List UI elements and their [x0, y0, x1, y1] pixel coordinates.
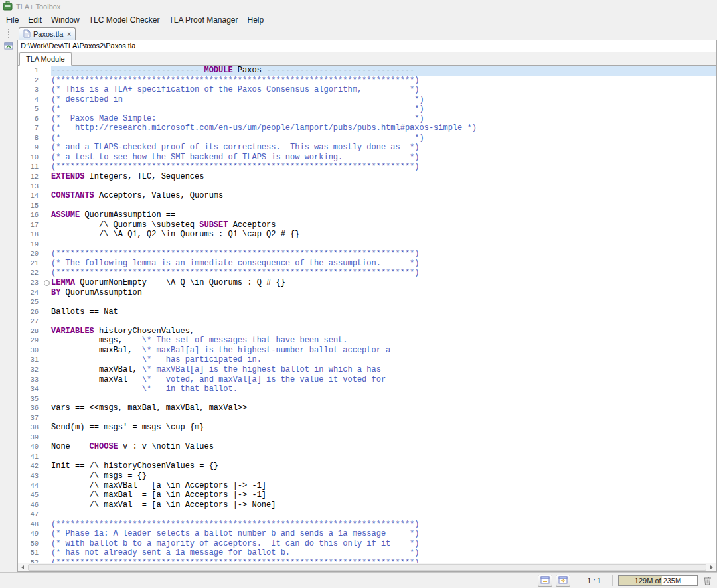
- fold-margin: [42, 85, 51, 95]
- code-line[interactable]: 2(**************************************…: [18, 76, 716, 86]
- line-number: 26: [18, 307, 42, 317]
- garbage-collect-icon[interactable]: [701, 575, 713, 587]
- fold-margin: [42, 162, 51, 172]
- code-line[interactable]: 39: [18, 433, 716, 443]
- code-line[interactable]: 43 /\ msgs = {}: [18, 471, 716, 481]
- view-toggle-button-1[interactable]: [538, 575, 552, 587]
- code-line[interactable]: 13: [18, 182, 716, 192]
- code-line[interactable]: 4(* described in *): [18, 95, 716, 105]
- code-line[interactable]: 36vars == <<msgs, maxBal, maxVBal, maxVa…: [18, 404, 716, 413]
- code-line[interactable]: 1------------------------------- MODULE …: [18, 66, 716, 76]
- code-text: [51, 510, 716, 520]
- code-line[interactable]: 28VARIABLES historyChosenValues,: [18, 327, 716, 336]
- code-line[interactable]: 44 /\ maxVBal = [a \in Acceptors |-> -1]: [18, 481, 716, 491]
- line-number: 51: [18, 548, 42, 558]
- fold-margin: [42, 413, 51, 423]
- line-number: 47: [18, 510, 42, 520]
- fold-margin: [42, 172, 51, 182]
- code-line[interactable]: 11(*************************************…: [18, 162, 716, 172]
- line-number: 12: [18, 172, 42, 182]
- code-line[interactable]: 31 \* has participated in.: [18, 355, 716, 365]
- line-number: 4: [18, 95, 42, 105]
- code-text: [51, 240, 716, 250]
- menu-item-window[interactable]: Window: [46, 14, 84, 26]
- line-number: 15: [18, 201, 42, 211]
- line-number: 2: [18, 76, 42, 86]
- code-line[interactable]: 41: [18, 452, 716, 462]
- code-line[interactable]: 14CONSTANTS Acceptors, Values, Quorums: [18, 191, 716, 201]
- code-line[interactable]: 19: [18, 240, 716, 250]
- code-line[interactable]: 38Send(m) == msgs' = msgs \cup {m}: [18, 423, 716, 433]
- code-line[interactable]: 8(* *): [18, 133, 716, 143]
- code-line[interactable]: 10(* a test to see how the SMT backend o…: [18, 153, 716, 163]
- menu-item-tla-proof-manager[interactable]: TLA Proof Manager: [164, 14, 242, 26]
- code-text: [51, 182, 716, 192]
- code-line[interactable]: 52(*************************************…: [18, 558, 716, 563]
- code-line[interactable]: 9(* and a TLAPS-checked proof of its cor…: [18, 143, 716, 153]
- menu-item-file[interactable]: File: [1, 14, 23, 26]
- view-toggle-button-2[interactable]: [556, 575, 570, 587]
- code-line[interactable]: 17 /\ Quorums \subseteq SUBSET Acceptors: [18, 220, 716, 230]
- code-text: LEMMA QuorumNonEmpty == \A Q \in Quorums…: [51, 278, 716, 288]
- code-line[interactable]: 5(* *): [18, 104, 716, 114]
- code-line[interactable]: 23−LEMMA QuorumNonEmpty == \A Q \in Quor…: [18, 278, 716, 288]
- menu-item-help[interactable]: Help: [243, 14, 269, 26]
- fold-margin: [42, 500, 51, 510]
- code-line[interactable]: 30 maxBal, \* maxBal[a] is the highest-n…: [18, 346, 716, 356]
- code-line[interactable]: 20(*************************************…: [18, 249, 716, 259]
- code-area[interactable]: 1------------------------------- MODULE …: [18, 66, 716, 563]
- scroll-right-arrow-icon[interactable]: [707, 563, 716, 571]
- code-line[interactable]: 27: [18, 317, 716, 327]
- menu-item-edit[interactable]: Edit: [23, 14, 46, 26]
- code-line[interactable]: 3(* This is a TLA+ specification of the …: [18, 85, 716, 95]
- code-line[interactable]: 6(* Paxos Made Simple: *): [18, 114, 716, 124]
- fold-marker-icon[interactable]: −: [42, 278, 51, 288]
- code-line[interactable]: 42Init == /\ historyChosenValues = {}: [18, 461, 716, 471]
- menu-item-tlc-model-checker[interactable]: TLC Model Checker: [84, 14, 165, 26]
- code-line[interactable]: 37: [18, 413, 716, 423]
- code-line[interactable]: 46 /\ maxVal = [a \in Acceptors |-> None…: [18, 500, 716, 510]
- code-line[interactable]: 45 /\ maxBal = [a \in Acceptors |-> -1]: [18, 490, 716, 500]
- code-line[interactable]: 29 msgs, \* The set of messages that hav…: [18, 336, 716, 346]
- line-number: 25: [18, 297, 42, 307]
- code-line[interactable]: 24BY QuorumAssumption: [18, 288, 716, 298]
- code-line[interactable]: 26Ballots == Nat: [18, 307, 716, 317]
- code-line[interactable]: 16ASSUME QuorumAssumption ==: [18, 210, 716, 220]
- fold-margin: [42, 346, 51, 356]
- code-line[interactable]: 48(*************************************…: [18, 520, 716, 530]
- scrollbar-thumb[interactable]: [28, 564, 706, 571]
- horizontal-scrollbar[interactable]: [18, 563, 716, 571]
- editor-tab-paxos[interactable]: Paxos.tla ×: [19, 27, 76, 40]
- code-text: (* described in *): [51, 95, 716, 105]
- code-text: Ballots == Nat: [51, 307, 716, 317]
- code-line[interactable]: 22(*************************************…: [18, 268, 716, 278]
- window-icon: [540, 576, 550, 585]
- code-line[interactable]: 15: [18, 201, 716, 211]
- line-number: 7: [18, 123, 42, 133]
- code-line[interactable]: 33 maxVal \* voted, and maxVal[a] is the…: [18, 375, 716, 385]
- code-line[interactable]: 25: [18, 297, 716, 307]
- code-line[interactable]: 21(* The following lemma is an immediate…: [18, 259, 716, 269]
- code-line[interactable]: 12EXTENDS Integers, TLC, Sequences: [18, 172, 716, 182]
- code-line[interactable]: 49(* Phase 1a: A leader selects a ballot…: [18, 529, 716, 539]
- code-line[interactable]: 47: [18, 510, 716, 520]
- toolbar-drag-handle[interactable]: [8, 29, 9, 38]
- code-line[interactable]: 50(* with ballot b to a majority of acce…: [18, 539, 716, 549]
- heap-status[interactable]: 129M of 235M: [618, 575, 698, 586]
- code-line[interactable]: 51(* has not already sent a 1a message f…: [18, 548, 716, 558]
- code-line[interactable]: 40None == CHOOSE v : v \notin Values: [18, 442, 716, 452]
- code-line[interactable]: 18 /\ \A Q1, Q2 \in Quorums : Q1 \cap Q2…: [18, 230, 716, 240]
- code-text: ASSUME QuorumAssumption ==: [51, 210, 716, 220]
- minimized-views-bar: [0, 27, 17, 572]
- code-line[interactable]: 35: [18, 394, 716, 404]
- restore-view-icon[interactable]: [3, 40, 15, 51]
- tab-tla-module[interactable]: TLA Module: [19, 52, 72, 66]
- scroll-left-arrow-icon[interactable]: [18, 563, 27, 571]
- tab-close-icon[interactable]: ×: [67, 31, 71, 38]
- editor-tab-bar: Paxos.tla ×: [17, 27, 717, 40]
- code-line[interactable]: 34 \* in that ballot.: [18, 384, 716, 394]
- code-line[interactable]: 7(* http://research.microsoft.com/en-us/…: [18, 123, 716, 133]
- code-line[interactable]: 32 maxVBal, \* maxVBal[a] is the highest…: [18, 365, 716, 375]
- line-number: 11: [18, 162, 42, 172]
- line-number: 9: [18, 143, 42, 153]
